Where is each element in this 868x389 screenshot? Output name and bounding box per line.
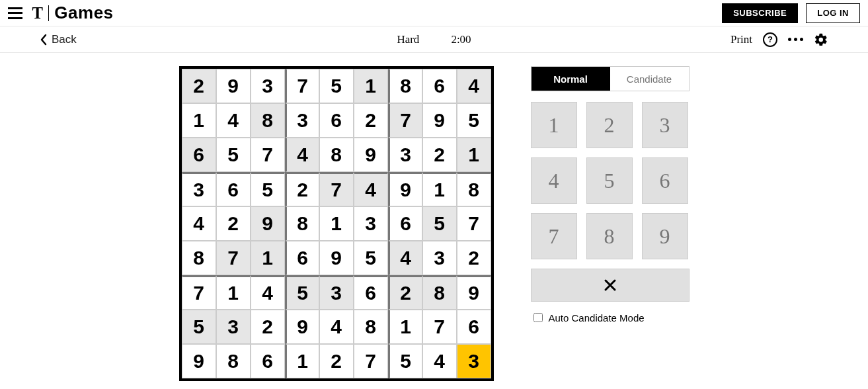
sudoku-cell[interactable]: 9 (319, 241, 354, 275)
sudoku-cell[interactable]: 6 (354, 275, 388, 310)
sudoku-cell[interactable]: 6 (285, 241, 319, 275)
sudoku-cell[interactable]: 6 (457, 310, 491, 344)
sudoku-cell[interactable]: 9 (182, 344, 216, 378)
sudoku-cell[interactable]: 4 (457, 69, 491, 103)
sudoku-cell[interactable]: 5 (457, 103, 491, 138)
brand-logo[interactable]: T Games (32, 3, 114, 23)
sudoku-cell[interactable]: 3 (388, 138, 422, 172)
keypad-9[interactable]: 9 (642, 213, 688, 259)
sudoku-cell[interactable]: 4 (388, 241, 422, 275)
sudoku-cell[interactable]: 1 (319, 206, 354, 241)
sudoku-cell[interactable]: 6 (251, 344, 285, 378)
sudoku-cell[interactable]: 7 (319, 172, 354, 206)
sudoku-cell[interactable]: 4 (285, 138, 319, 172)
sudoku-cell[interactable]: 8 (319, 138, 354, 172)
sudoku-cell[interactable]: 3 (422, 241, 457, 275)
sudoku-cell[interactable]: 3 (285, 103, 319, 138)
sudoku-cell[interactable]: 2 (216, 206, 251, 241)
sudoku-cell[interactable]: 7 (422, 310, 457, 344)
sudoku-cell[interactable]: 2 (319, 344, 354, 378)
sudoku-cell[interactable]: 8 (251, 103, 285, 138)
keypad-4[interactable]: 4 (531, 157, 577, 204)
sudoku-cell[interactable]: 2 (422, 138, 457, 172)
sudoku-cell[interactable]: 1 (354, 69, 388, 103)
keypad-1[interactable]: 1 (531, 102, 577, 148)
sudoku-cell[interactable]: 6 (182, 138, 216, 172)
sudoku-cell[interactable]: 4 (251, 275, 285, 310)
sudoku-cell[interactable]: 6 (422, 69, 457, 103)
sudoku-cell[interactable]: 3 (251, 69, 285, 103)
sudoku-cell[interactable]: 1 (216, 275, 251, 310)
sudoku-cell[interactable]: 2 (285, 172, 319, 206)
sudoku-cell[interactable]: 6 (216, 172, 251, 206)
sudoku-cell[interactable]: 5 (251, 172, 285, 206)
settings-icon[interactable] (814, 32, 828, 47)
print-button[interactable]: Print (730, 33, 752, 46)
sudoku-cell[interactable]: 7 (251, 138, 285, 172)
sudoku-cell[interactable]: 7 (285, 69, 319, 103)
keypad-6[interactable]: 6 (642, 157, 688, 204)
mode-candidate[interactable]: Candidate (610, 67, 689, 91)
sudoku-cell[interactable]: 3 (354, 206, 388, 241)
sudoku-cell[interactable]: 1 (285, 344, 319, 378)
sudoku-cell[interactable]: 9 (251, 206, 285, 241)
sudoku-cell[interactable]: 5 (216, 138, 251, 172)
sudoku-cell[interactable]: 5 (182, 310, 216, 344)
sudoku-cell[interactable]: 2 (457, 241, 491, 275)
sudoku-cell[interactable]: 9 (457, 275, 491, 310)
sudoku-cell[interactable]: 3 (182, 172, 216, 206)
sudoku-cell[interactable]: 7 (216, 241, 251, 275)
keypad-8[interactable]: 8 (586, 213, 633, 259)
sudoku-cell[interactable]: 3 (319, 275, 354, 310)
sudoku-cell[interactable]: 4 (182, 206, 216, 241)
sudoku-cell[interactable]: 7 (388, 103, 422, 138)
sudoku-cell[interactable]: 5 (354, 241, 388, 275)
sudoku-cell[interactable]: 9 (388, 172, 422, 206)
keypad-5[interactable]: 5 (586, 157, 633, 204)
sudoku-cell[interactable]: 8 (182, 241, 216, 275)
sudoku-cell[interactable]: 8 (216, 344, 251, 378)
subscribe-button[interactable]: SUBSCRIBE (722, 3, 798, 23)
sudoku-cell[interactable]: 1 (251, 241, 285, 275)
sudoku-cell[interactable]: 6 (319, 103, 354, 138)
back-button[interactable]: Back (40, 33, 77, 46)
sudoku-cell[interactable]: 2 (354, 103, 388, 138)
sudoku-cell[interactable]: 5 (422, 206, 457, 241)
sudoku-cell[interactable]: 1 (422, 172, 457, 206)
auto-candidate-toggle[interactable]: Auto Candidate Mode (531, 311, 690, 324)
sudoku-cell[interactable]: 9 (422, 103, 457, 138)
login-button[interactable]: LOG IN (806, 3, 860, 23)
more-icon[interactable] (788, 38, 803, 41)
sudoku-cell[interactable]: 6 (388, 206, 422, 241)
sudoku-cell[interactable]: 4 (216, 103, 251, 138)
auto-candidate-checkbox[interactable] (533, 313, 543, 322)
sudoku-cell[interactable]: 8 (422, 275, 457, 310)
sudoku-cell[interactable]: 7 (457, 206, 491, 241)
mode-normal[interactable]: Normal (532, 67, 610, 91)
sudoku-cell[interactable]: 5 (319, 69, 354, 103)
sudoku-cell[interactable]: 8 (388, 69, 422, 103)
keypad-7[interactable]: 7 (531, 213, 577, 259)
sudoku-cell[interactable]: 1 (457, 138, 491, 172)
sudoku-cell[interactable]: 9 (285, 310, 319, 344)
help-icon[interactable]: ? (763, 32, 777, 47)
sudoku-cell[interactable]: 5 (388, 344, 422, 378)
sudoku-cell[interactable]: 9 (354, 138, 388, 172)
sudoku-cell[interactable]: 8 (354, 310, 388, 344)
erase-button[interactable] (531, 269, 690, 302)
sudoku-cell[interactable]: 2 (182, 69, 216, 103)
sudoku-cell[interactable]: 1 (182, 103, 216, 138)
menu-icon[interactable] (8, 7, 22, 19)
keypad-2[interactable]: 2 (586, 102, 633, 148)
sudoku-cell[interactable]: 3 (216, 310, 251, 344)
sudoku-cell[interactable]: 9 (216, 69, 251, 103)
sudoku-cell[interactable]: 8 (457, 172, 491, 206)
sudoku-cell[interactable]: 4 (354, 172, 388, 206)
sudoku-cell[interactable]: 2 (388, 275, 422, 310)
sudoku-cell[interactable]: 8 (285, 206, 319, 241)
sudoku-cell[interactable]: 3 (457, 344, 491, 378)
sudoku-cell[interactable]: 5 (285, 275, 319, 310)
keypad-3[interactable]: 3 (642, 102, 688, 148)
sudoku-cell[interactable]: 7 (354, 344, 388, 378)
sudoku-cell[interactable]: 4 (319, 310, 354, 344)
